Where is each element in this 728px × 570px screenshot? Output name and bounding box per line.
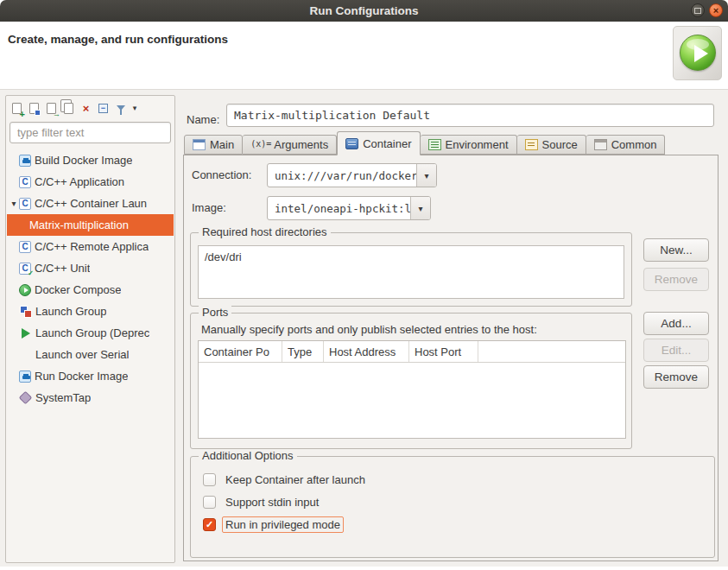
tree-item-docker-compose[interactable]: Docker Compose (7, 279, 174, 301)
run-button[interactable] (673, 26, 722, 80)
additional-options-legend: Additional Options (199, 449, 297, 462)
export-icon (47, 103, 56, 114)
filter-icon (117, 105, 125, 111)
arguments-tab-icon: (x)= (250, 139, 271, 150)
c-remote-application-icon (19, 241, 31, 253)
unmaximize-button[interactable] (691, 3, 705, 17)
image-label: Image: (192, 196, 226, 220)
titlebar[interactable]: Run Configurations × (0, 0, 728, 22)
export-launch-configurations-button[interactable] (43, 99, 60, 117)
tab-arguments[interactable]: (x)= Arguments (243, 135, 337, 155)
additional-options-group: Additional Options ✓ Keep Container afte… (190, 456, 715, 558)
tree-item-run-docker-image[interactable]: Run Docker Image (7, 365, 174, 387)
connection-label: Connection: (192, 163, 251, 187)
ports-description: Manually specify ports and only publish … (201, 323, 537, 336)
docker-compose-icon (19, 284, 31, 296)
tree-item-c-container-launcher[interactable]: ▾ C/C++ Container Laun (7, 193, 174, 214)
launch-group-icon (19, 305, 32, 318)
tree-item-c-remote-application[interactable]: C/C++ Remote Applica (7, 236, 174, 257)
name-label: Name: (187, 109, 219, 130)
image-dropdown-icon: ▾ (410, 197, 430, 219)
keep-container-label[interactable]: Keep Container after launch (222, 472, 369, 488)
host-directories-legend: Required host directories (199, 225, 331, 238)
edit-port-button[interactable]: Edit... (643, 339, 709, 362)
ports-table: Container Po Type Host Address Host Port (198, 340, 626, 439)
connection-value: unix:///var/run/docker (268, 164, 416, 187)
delete-icon: × (83, 102, 90, 115)
main-tab-icon (193, 139, 206, 150)
column-header-type[interactable]: Type (282, 341, 324, 362)
privileged-mode-row: ✓ Run in privileged mode (203, 516, 344, 533)
tree-item-launch-over-serial[interactable]: Launch over Serial (7, 344, 174, 365)
dialog-header: Create, manage, and run configurations (0, 22, 728, 90)
support-stdin-row: ✓ Support stdin input (203, 493, 322, 510)
launch-config-tree: Build Docker Image C/C++ Application ▾ C… (7, 149, 174, 408)
ports-group: Ports Manually specify ports and only pu… (190, 313, 632, 449)
container-tab-icon (345, 138, 358, 149)
support-stdin-label[interactable]: Support stdin input (222, 494, 322, 510)
tree-item-build-docker-image[interactable]: Build Docker Image (7, 149, 174, 171)
environment-tab-icon (428, 139, 441, 150)
dialog-subtitle: Create, manage, and run configurations (8, 33, 228, 46)
add-port-button[interactable]: Add... (643, 312, 709, 335)
new-host-dir-button[interactable]: New... (643, 238, 709, 262)
host-dir-item[interactable]: /dev/dri (199, 246, 624, 268)
tab-source[interactable]: Source (517, 135, 586, 155)
close-button[interactable]: × (709, 3, 723, 17)
expander-icon[interactable]: ▾ (9, 199, 19, 208)
image-value: intel/oneapi-hpckit:l (268, 197, 410, 219)
new-launch-configuration-icon (12, 103, 22, 114)
connection-combo[interactable]: unix:///var/run/docker ▾ (267, 163, 437, 187)
column-header-host-port[interactable]: Host Port (409, 341, 478, 362)
run-icon (680, 35, 716, 71)
privileged-mode-checkbox[interactable]: ✓ (203, 518, 216, 531)
tab-environment[interactable]: Environment (421, 135, 517, 155)
collapse-all-icon: − (98, 104, 108, 113)
tree-item-c-application[interactable]: C/C++ Application (7, 171, 174, 193)
sidebar-toolbar: × − ▾ (9, 98, 140, 118)
remove-host-dir-button[interactable]: Remove (643, 268, 709, 291)
ports-legend: Ports (199, 306, 231, 319)
tree-item-launch-group-deprecated[interactable]: Launch Group (Deprec (7, 322, 174, 344)
duplicate-button[interactable] (60, 99, 77, 117)
tab-main[interactable]: Main (184, 135, 243, 155)
privileged-mode-label[interactable]: Run in privileged mode (222, 516, 344, 533)
systemtap-icon (19, 391, 32, 404)
column-header-container-port[interactable]: Container Po (199, 341, 282, 362)
duplicate-icon (64, 103, 73, 114)
ports-table-header: Container Po Type Host Address Host Port (199, 341, 625, 363)
serial-icon (19, 348, 32, 361)
new-launch-configuration-button[interactable] (9, 99, 25, 117)
host-directories-list[interactable]: /dev/dri (198, 245, 624, 299)
image-combo[interactable]: intel/oneapi-hpckit:l ▾ (267, 196, 431, 220)
filter-dropdown-button[interactable]: ▾ (130, 99, 140, 117)
dialog-body: × − ▾ Build Docker Image C/C++ Applicati… (0, 90, 728, 567)
column-header-host-address[interactable]: Host Address (324, 341, 409, 362)
keep-container-checkbox[interactable]: ✓ (203, 473, 216, 486)
launch-group-deprecated-icon (19, 326, 32, 339)
connection-dropdown-icon: ▾ (416, 164, 436, 187)
filter-button[interactable] (112, 99, 129, 117)
source-tab-icon (525, 139, 538, 150)
ports-table-body[interactable] (199, 363, 625, 439)
filter-input[interactable] (9, 122, 171, 143)
c-application-icon (19, 176, 31, 188)
support-stdin-checkbox[interactable]: ✓ (203, 496, 216, 509)
tab-common[interactable]: Common (586, 135, 666, 155)
window-title: Run Configurations (0, 0, 728, 22)
collapse-all-button[interactable]: − (95, 99, 111, 117)
tab-container[interactable]: Container (337, 131, 420, 155)
run-docker-image-icon (19, 370, 31, 383)
new-prototype-button[interactable] (26, 99, 42, 117)
name-input[interactable] (226, 104, 714, 127)
tree-item-launch-group[interactable]: Launch Group (7, 301, 174, 322)
delete-button[interactable]: × (78, 99, 94, 117)
c-unit-icon (19, 263, 31, 275)
tabbar: Main (x)= Arguments Container Environmen… (184, 130, 665, 155)
tree-item-c-unit[interactable]: C/C++ Unit (7, 257, 174, 279)
tree-item-matrix-multiplication[interactable]: Matrix-multiplication (7, 214, 174, 236)
c-container-launcher-icon (19, 198, 31, 210)
remove-port-button[interactable]: Remove (643, 365, 709, 389)
common-tab-icon (594, 139, 607, 150)
tree-item-systemtap[interactable]: SystemTap (7, 387, 174, 408)
